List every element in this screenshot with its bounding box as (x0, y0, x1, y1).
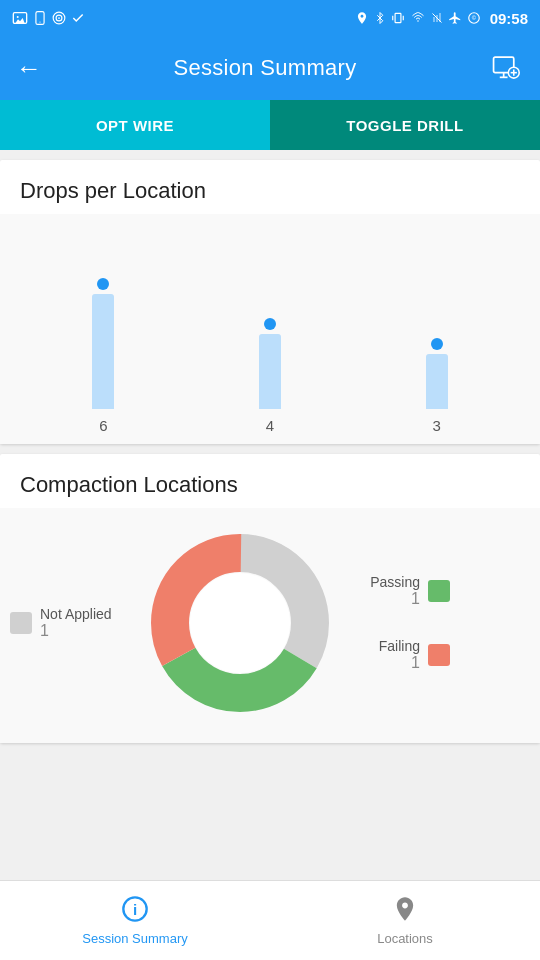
nav-locations[interactable]: Locations (270, 881, 540, 960)
passing-value: 1 (411, 590, 420, 608)
add-session-button[interactable] (488, 50, 524, 86)
not-applied-text: Not Applied 1 (40, 606, 112, 640)
bar-group-3: 3 (426, 338, 448, 434)
bar-label-2: 4 (266, 417, 274, 434)
status-right-icons: © 09:58 (355, 10, 528, 27)
drops-per-location-card: Drops per Location 6 4 3 (0, 160, 540, 444)
bar-dot-2 (264, 318, 276, 330)
not-applied-color-box (10, 612, 32, 634)
compaction-chart-layout: Not Applied 1 (10, 523, 530, 723)
not-applied-value: 1 (40, 622, 49, 640)
compaction-locations-card: Compaction Locations Not Applied 1 (0, 454, 540, 743)
nav-locations-label: Locations (377, 931, 433, 946)
bar-chart: 6 4 3 (0, 214, 540, 444)
failing-color-box (428, 644, 450, 666)
svg-text:©: © (471, 15, 476, 21)
legend-not-applied: Not Applied 1 (10, 606, 120, 640)
back-button[interactable]: ← (16, 53, 42, 84)
bar-col-3 (426, 354, 448, 409)
tab-buttons: OPT WIRE TOGGLE DRILL (0, 100, 540, 150)
page-title: Session Summary (173, 55, 356, 81)
svg-rect-7 (395, 13, 401, 22)
session-summary-icon: i (121, 895, 149, 927)
svg-rect-12 (433, 17, 435, 22)
failing-label: Failing (379, 638, 420, 654)
svg-rect-14 (439, 13, 441, 22)
svg-text:i: i (133, 901, 137, 918)
donut-chart (140, 523, 340, 723)
bar-group-1: 6 (92, 278, 114, 434)
failing-text: Failing 1 (379, 638, 420, 672)
passing-label: Passing (370, 574, 420, 590)
time-display: 09:58 (490, 10, 528, 27)
bar-dot-1 (97, 278, 109, 290)
bottom-nav: i Session Summary Locations (0, 880, 540, 960)
status-bar: © 09:58 (0, 0, 540, 36)
legend-passing: Passing 1 (340, 574, 450, 608)
tab-opt-wire[interactable]: OPT WIRE (0, 100, 270, 150)
passing-text: Passing 1 (370, 574, 420, 608)
app-header: ← Session Summary (0, 36, 540, 100)
bar-col-2 (259, 334, 281, 409)
bar-dot-3 (431, 338, 443, 350)
legend-failing: Failing 1 (340, 638, 450, 672)
svg-point-3 (39, 22, 40, 23)
nav-session-summary[interactable]: i Session Summary (0, 881, 270, 960)
bar-col-1 (92, 294, 114, 409)
not-applied-label: Not Applied (40, 606, 112, 622)
svg-point-1 (17, 16, 19, 18)
bar-label-1: 6 (99, 417, 107, 434)
bar-group-2: 4 (259, 318, 281, 434)
svg-point-6 (58, 17, 60, 19)
svg-point-10 (417, 20, 419, 22)
main-content: Drops per Location 6 4 3 Compaction (0, 160, 540, 743)
nav-session-summary-label: Session Summary (82, 931, 187, 946)
status-left-icons (12, 10, 85, 26)
failing-value: 1 (411, 654, 420, 672)
bar-label-3: 3 (432, 417, 440, 434)
passing-color-box (428, 580, 450, 602)
legend-left: Not Applied 1 (10, 606, 120, 640)
compaction-locations-title: Compaction Locations (0, 454, 540, 508)
drops-per-location-title: Drops per Location (0, 160, 540, 214)
svg-point-26 (190, 573, 290, 673)
tab-toggle-drill[interactable]: TOGGLE DRILL (270, 100, 540, 150)
legend-right: Passing 1 Failing 1 (340, 574, 450, 672)
svg-rect-13 (436, 15, 438, 22)
locations-icon (391, 895, 419, 927)
